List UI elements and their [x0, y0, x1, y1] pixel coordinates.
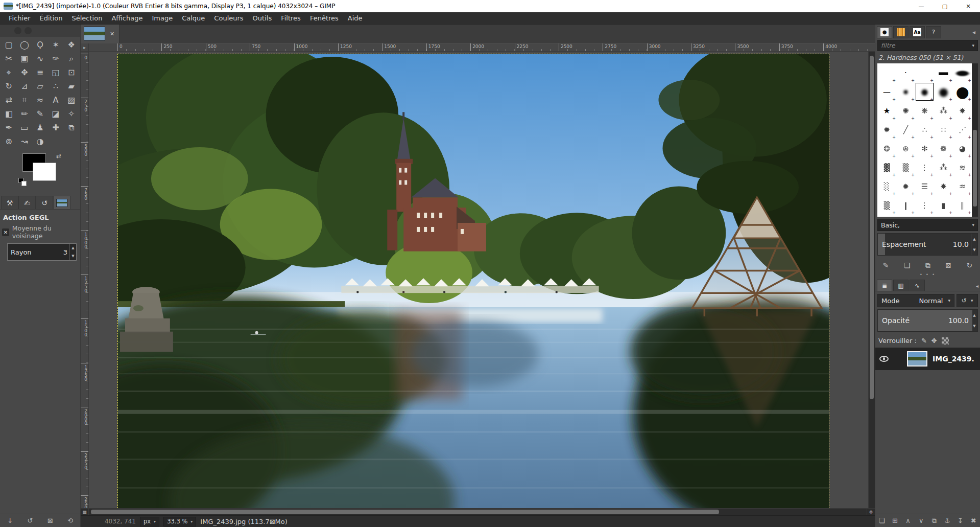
tab-tool-options[interactable]: ⚒ — [1, 196, 18, 209]
tool-free-select[interactable]: Ϙ — [32, 38, 48, 52]
opacity-value[interactable]: 100.0 — [948, 310, 971, 331]
menu-item[interactable]: Sélection — [67, 13, 107, 24]
brush-empty[interactable] — [877, 63, 896, 82]
tool-rotate[interactable]: ↻ — [1, 79, 17, 93]
maximize-button[interactable]: ▢ — [933, 0, 957, 12]
tool-mypaint-brush[interactable]: ▭ — [17, 121, 33, 134]
tab-brushes[interactable]: ● — [877, 26, 892, 38]
brush-splatter[interactable]: ✹ — [877, 120, 896, 139]
dock-resize-grip[interactable]: • • • — [875, 273, 980, 278]
minimize-button[interactable]: — — [910, 0, 933, 12]
brush-hardness-100[interactable]: ● — [953, 82, 972, 101]
brush-vdots[interactable]: ⋮ — [915, 196, 934, 215]
tab-device-status[interactable]: ✍ — [18, 196, 36, 209]
tool-handle-transform[interactable]: ∴ — [48, 79, 64, 93]
tool-perspective-clone[interactable]: ⧉ — [63, 121, 79, 134]
tool-scissors-select[interactable]: ✂ — [1, 52, 17, 65]
anchor-layer-icon[interactable]: ⚓ — [941, 517, 954, 524]
unit-dropdown[interactable]: px ▾ — [140, 517, 159, 526]
spacing-stepper[interactable]: ▲▼ — [971, 234, 977, 255]
brush-star[interactable]: ★ — [877, 101, 896, 120]
tool-cage-transform[interactable]: ⌗ — [17, 93, 33, 107]
mode-reset-icon[interactable]: ↺ — [961, 297, 966, 304]
opacity-slider[interactable]: Opacité 100.0 ▲▼ — [877, 309, 978, 332]
brush-block[interactable]: ▬ — [934, 63, 953, 82]
tool-flip[interactable]: ⇄ — [1, 93, 17, 107]
brush-scrollbar-thumb[interactable] — [973, 130, 977, 207]
refresh-brushes-icon[interactable]: ↻ — [967, 261, 973, 269]
merge-layer-icon[interactable]: ↧ — [954, 517, 967, 524]
image-tab[interactable]: ✕ — [81, 25, 119, 43]
edit-brush-icon[interactable]: ✎ — [883, 261, 889, 269]
close-button[interactable]: ✕ — [957, 0, 980, 12]
new-group-icon[interactable]: ⊞ — [889, 517, 902, 524]
reset-tool-icon[interactable]: ⟲ — [63, 517, 77, 524]
quick-mask-toggle[interactable]: ▦ — [81, 509, 89, 515]
image-tab-close-icon[interactable]: ✕ — [108, 30, 116, 38]
tool-ellipse-select[interactable]: ◯ — [17, 38, 33, 52]
spacing-slider[interactable]: Espacement 10.0 ▲▼ — [877, 233, 978, 256]
tool-zoom[interactable]: ⌕ — [63, 52, 79, 65]
tool-unified-transform[interactable]: ⊡ — [63, 65, 79, 79]
tool-align[interactable]: ≡ — [32, 65, 48, 79]
delete-layer-icon[interactable]: ✖ — [967, 517, 980, 524]
tool-dodge-burn[interactable]: ◑ — [32, 134, 48, 148]
menu-item[interactable]: Outils — [248, 13, 277, 24]
brush-halfring[interactable]: ◕ — [953, 139, 972, 158]
layer-visibility-icon[interactable] — [879, 356, 889, 362]
brush-paper[interactable]: ▒ — [877, 196, 896, 215]
tool-clone[interactable]: ♟ — [32, 121, 48, 134]
tab-layers[interactable]: ≣ — [877, 280, 892, 291]
brush-smudge[interactable]: ⁂ — [934, 101, 953, 120]
spacing-value[interactable]: 10.0 — [953, 234, 971, 255]
brush-acrylic[interactable]: ✻ — [915, 139, 934, 158]
horizontal-scrollbar-thumb[interactable] — [91, 510, 719, 514]
tool-pencil[interactable]: ✏ — [17, 107, 33, 121]
step-down-icon[interactable]: ▼ — [70, 252, 76, 260]
zoom-dropdown[interactable]: 33.3 % ▾ — [163, 517, 196, 526]
tool-ink[interactable]: ✒ — [1, 121, 17, 134]
step-up-icon[interactable]: ▲ — [70, 244, 76, 252]
menu-item[interactable]: Calque — [177, 13, 209, 24]
layer-row[interactable]: IMG_2439. — [875, 348, 980, 370]
tool-shear[interactable]: ▱ — [32, 79, 48, 93]
tool-heal[interactable]: ✚ — [48, 121, 64, 134]
tool-measure[interactable]: ⌖ — [1, 65, 17, 79]
gegl-cancel-icon[interactable]: ✕ — [2, 228, 9, 236]
brush-noise[interactable]: ░ — [877, 177, 896, 196]
tool-scale[interactable]: ⊿ — [17, 79, 33, 93]
brush-grain[interactable]: ✸ — [953, 101, 972, 120]
brush-hardness-075[interactable]: ● — [934, 82, 953, 101]
lock-pixels-icon[interactable]: ✎ — [921, 337, 927, 345]
layer-mode-dropdown[interactable]: Mode Normal ▾ — [877, 294, 954, 307]
lock-position-icon[interactable]: ✥ — [931, 337, 937, 345]
brush-cell[interactable]: ❂ — [877, 139, 896, 158]
tool-gradient[interactable]: ▨ — [63, 93, 79, 107]
brush-vbar[interactable]: ▮ — [934, 196, 953, 215]
dock-collapse-icon[interactable]: ◂ — [969, 26, 978, 38]
mode-options-button[interactable]: ↺ ▾ — [957, 294, 978, 307]
tool-paths[interactable]: ∿ — [32, 52, 48, 65]
menu-item[interactable]: Affichage — [107, 13, 147, 24]
brush-ink-blot[interactable]: ✸ — [934, 177, 953, 196]
tool-fuzzy-select[interactable]: ✶ — [48, 38, 64, 52]
save-preset-icon[interactable]: ↓ — [3, 517, 17, 524]
background-color-swatch[interactable] — [33, 163, 56, 181]
brush-ellipse[interactable]: ● — [953, 63, 972, 82]
tab-undo-history[interactable]: ↺ — [36, 196, 53, 209]
tool-eraser[interactable]: ◪ — [48, 107, 64, 121]
dock-collapse-icon[interactable]: ◂ — [976, 283, 978, 291]
brush-smoke[interactable]: ♒ — [953, 177, 972, 196]
brush-drip[interactable]: ⋮ — [915, 158, 934, 177]
tool-smudge[interactable]: ↝ — [17, 134, 33, 148]
lock-alpha-icon[interactable] — [942, 337, 949, 345]
tab-fonts[interactable]: Aa — [910, 26, 925, 38]
duplicate-layer-icon[interactable]: ⧉ — [928, 517, 941, 525]
horizontal-ruler[interactable]: 0250500750100012501500175020002250250027… — [89, 43, 875, 52]
brush-grid-scrollbar[interactable] — [972, 63, 978, 217]
brush-hardness-050[interactable]: ● — [915, 82, 934, 101]
radius-spinbox[interactable]: Rayon 3 ▲▼ — [7, 243, 77, 261]
menu-item[interactable]: Filtres — [276, 13, 305, 24]
tool-move[interactable]: ✥ — [17, 65, 33, 79]
step-down-icon[interactable]: ▼ — [971, 244, 977, 255]
